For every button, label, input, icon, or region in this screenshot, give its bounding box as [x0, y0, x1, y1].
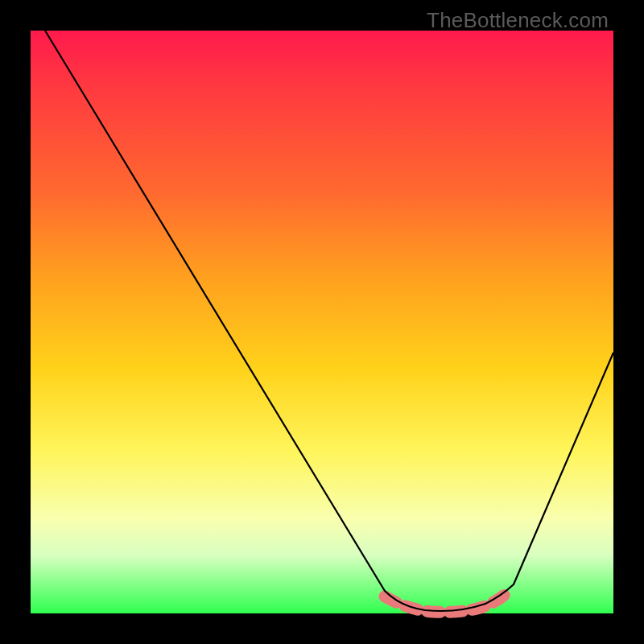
- chart-frame: TheBottleneck.com: [0, 0, 644, 644]
- plot-area: [31, 31, 613, 613]
- bottleneck-curve: [45, 31, 613, 611]
- curve-layer: [31, 31, 613, 613]
- watermark-text: TheBottleneck.com: [427, 8, 609, 33]
